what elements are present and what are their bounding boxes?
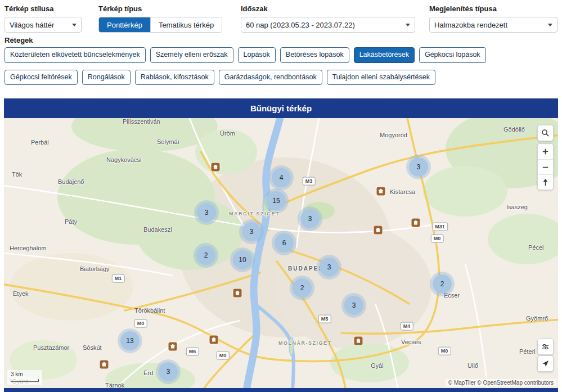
cluster-marker[interactable]: 3 [159,362,178,381]
map-place-label: Budakeszi [143,226,172,233]
map-place-label: Tök [12,171,22,178]
period-select[interactable]: 60 nap (2023.05.23 - 2023.07.22) [241,17,415,33]
period-label: Időszak [241,4,268,13]
map-type-toggle: Ponttérkép Tematikus térkép [98,17,222,33]
map-place-label: Kistarcsa [390,188,415,195]
cluster-marker[interactable]: 3 [409,157,428,177]
map-control-group-search [537,125,554,141]
layer-button-4[interactable]: Betöréses lopások [280,47,349,63]
layer-button-8[interactable]: Rongálások [82,70,131,85]
scale-label: 3 km [11,371,23,377]
map-place-label: Pécel [528,244,544,251]
map-place-label: Üllő [467,362,478,369]
road-badge: M0 [134,319,147,328]
building-poi-icon [233,289,242,298]
chevron-down-icon [406,24,410,26]
map-place-label: Pilisszentiván [123,118,160,125]
cluster-marker[interactable]: 10 [233,250,252,269]
point-map-button[interactable]: Ponttérkép [99,17,150,32]
map-place-label: Solymár [157,138,179,145]
cluster-marker[interactable]: 2 [196,246,215,265]
map-place-label: Vecsés [401,339,421,345]
map-place-label: Mogyoród [380,132,407,138]
search-button[interactable] [538,125,553,141]
map-style-value: Világos háttér [10,21,54,29]
map-place-label: Ecser [444,292,460,299]
locate-button[interactable] [538,356,553,371]
map-place-label: Péteri [519,348,536,355]
layer-button-5[interactable]: Lakásbetörések [354,47,415,63]
building-poi-icon [377,187,385,196]
map-place-label: Üröm [220,130,235,137]
map-place-label: Budajenő [58,178,84,185]
map-control-group-tools-b [537,355,554,372]
filter-sliders-button[interactable] [538,339,553,354]
map-overlays: PilisszentivánPerbálSolymárÜrömMogyoródG… [4,118,558,388]
layer-button-6[interactable]: Gépkocsi lopások [419,47,486,63]
cluster-marker[interactable]: 3 [300,209,320,228]
cluster-marker[interactable]: 3 [344,296,363,315]
chevron-down-icon [72,24,77,26]
map-style-select[interactable]: Világos háttér [5,17,82,33]
cluster-marker[interactable]: 15 [267,191,286,210]
sliders-icon [541,343,550,351]
map-canvas[interactable]: PilisszentivánPerbálSolymárÜrömMogyoródG… [4,118,558,388]
map-place-label: Etyek [13,290,29,297]
road-badge: M31 [432,223,448,231]
layer-button-9[interactable]: Rablások, kifosztások [135,70,214,85]
search-icon [541,129,550,137]
road-badge: M3 [303,177,316,186]
scale-line [11,379,39,382]
zoom-in-button[interactable] [538,144,553,159]
map-footer [4,388,558,392]
map-place-label: Herceghalom [10,245,46,251]
road-badge: M0 [431,235,444,243]
layer-button-11[interactable]: Tulajdon elleni szabálysértések [327,70,435,85]
cluster-marker[interactable]: 2 [433,274,452,294]
map-place-label: Nagykovácsi [106,156,141,163]
map-place-label: Tárnok [105,382,124,388]
compass-button[interactable] [538,174,553,190]
cluster-marker[interactable]: 6 [275,233,294,253]
map-place-label: Sóskút [83,344,102,351]
crime-map-app: Térkép stílusa Térkép típus Időszak Megj… [0,0,562,392]
cluster-marker[interactable]: 4 [272,168,291,187]
map-place-label: Páty [65,218,77,225]
building-poi-icon [210,336,218,344]
display-type-value: Halmazokba rendezett [434,21,507,29]
road-badge: M6 [186,348,199,356]
road-badge: M5 [318,315,331,323]
map-place-label: Gödöllő [503,126,525,133]
zoom-in-icon [541,147,550,156]
cluster-marker[interactable]: 3 [242,222,261,241]
map-style-label: Térkép stílusa [5,4,53,13]
cluster-marker[interactable]: 3 [320,258,339,277]
display-type-select[interactable]: Halmazokba rendezett [429,17,557,33]
zoom-out-button[interactable] [538,159,553,174]
thematic-map-button[interactable]: Tematikus térkép [150,17,222,32]
compass-icon [541,178,550,187]
cluster-marker[interactable]: 2 [293,278,312,298]
cluster-marker[interactable]: 13 [120,331,140,350]
layer-button-3[interactable]: Lopások [238,47,276,63]
layer-button-1[interactable]: Közterületen elkövetett bűncselekmények [5,47,146,63]
building-poi-icon [169,343,177,351]
layer-buttons: Közterületen elkövetett bűncselekményekS… [5,47,557,85]
map-control-group-tools-a [537,339,554,355]
map-place-label: Perbál [31,139,49,146]
map-place-label: Törökbálint [134,307,165,314]
map-place-label: Biatorbágy [80,265,110,272]
zoom-out-icon [541,163,550,172]
scale-bar: 3 km [7,370,42,385]
cluster-marker[interactable]: 3 [197,203,216,222]
layers-label: Rétegek [5,36,33,44]
layer-button-10[interactable]: Garázdaságok, rendbontások [219,70,322,85]
road-badge: M4 [401,322,413,331]
map-place-label: Pusztazámor [33,344,69,351]
layer-button-2[interactable]: Személy elleni erőszak [150,47,233,63]
building-poi-icon [100,361,109,369]
map-place-label: Gyömrő [526,315,548,322]
building-poi-icon [412,219,420,227]
road-badge: M0 [217,352,230,360]
layer-button-7[interactable]: Gépkocsi feltörések [5,70,78,85]
